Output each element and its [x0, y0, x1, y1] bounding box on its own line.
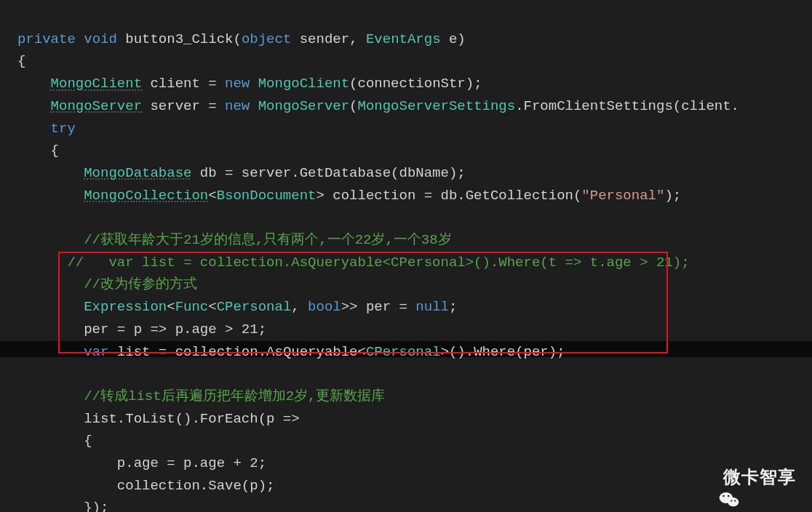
svg-point-5: [734, 500, 736, 502]
watermark-text: 微卡智享: [723, 466, 796, 489]
svg-point-1: [728, 497, 739, 507]
code-line: Expression<Func<CPersonal, bool>> per = …: [17, 299, 457, 315]
code-line: MongoDatabase db = server.GetDatabase(db…: [17, 165, 466, 181]
code-line: try: [17, 121, 76, 137]
code-editor[interactable]: private void button3_Click(object sender…: [0, 0, 812, 512]
code-line: MongoServer server = new MongoServer(Mon…: [17, 98, 739, 114]
code-line: [17, 366, 25, 382]
watermark: 微卡智享: [696, 466, 796, 489]
code-line: //转成list后再遍历把年龄增加2岁,更新数据库: [17, 388, 385, 404]
code-line: [17, 209, 25, 225]
code-line: MongoClient client = new MongoClient(con…: [17, 76, 482, 92]
code-line: {: [17, 53, 25, 69]
code-line: });: [17, 500, 117, 512]
svg-point-2: [723, 495, 725, 497]
svg-point-3: [728, 495, 730, 497]
code-line: //改为传参的方式: [17, 276, 197, 292]
code-line: //获取年龄大于21岁的信息,只有两个,一个22岁,一个38岁: [17, 232, 452, 248]
svg-point-4: [731, 500, 732, 502]
code-line: // var list = collection.AsQueryable<CPe…: [17, 255, 690, 271]
code-line: private void button3_Click(object sender…: [17, 31, 466, 47]
code-line: {: [17, 143, 59, 159]
code-line: p.age = p.age + 2;: [17, 455, 266, 471]
code-line: {: [17, 433, 92, 449]
code-line: collection.Save(p);: [17, 478, 274, 494]
code-line: var list = collection.AsQueryable<CPerso…: [17, 344, 565, 360]
code-line: list.ToList().ForEach(p =>: [17, 411, 300, 427]
code-line: per = p => p.age > 21;: [17, 321, 266, 337]
wechat-icon: [696, 467, 717, 489]
code-line: MongoCollection<BsonDocument> collection…: [17, 188, 681, 204]
